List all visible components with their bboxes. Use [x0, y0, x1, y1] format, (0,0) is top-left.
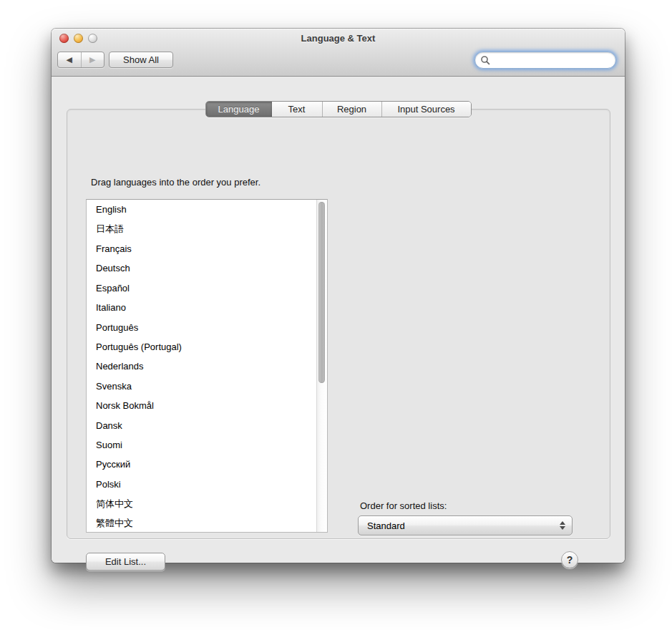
up-down-arrows-icon: [560, 516, 565, 535]
list-item[interactable]: Svenska: [87, 377, 316, 396]
list-item[interactable]: 简体中文: [87, 494, 316, 513]
language-list: English 日本語 Français Deutsch Español Ita…: [86, 199, 328, 533]
tab-bar: Language Text Region Input Sources: [205, 101, 472, 117]
window-title: Language & Text: [52, 33, 625, 44]
list-item[interactable]: English: [87, 200, 316, 219]
list-item[interactable]: Español: [87, 278, 316, 298]
show-all-button[interactable]: Show All: [109, 52, 173, 68]
list-item[interactable]: Italiano: [87, 298, 316, 317]
forward-button[interactable]: ▶: [82, 52, 104, 67]
list-item[interactable]: Português (Portugal): [87, 337, 316, 357]
tab-language[interactable]: Language: [206, 102, 272, 117]
list-item[interactable]: Nederlands: [87, 357, 316, 376]
list-item[interactable]: Français: [87, 239, 316, 258]
instruction-text: Drag languages into the order you prefer…: [91, 177, 260, 188]
help-button[interactable]: ?: [561, 551, 578, 568]
list-item[interactable]: Dansk: [87, 415, 316, 435]
back-button[interactable]: ◀: [58, 52, 82, 67]
tab-text[interactable]: Text: [272, 102, 322, 117]
list-item[interactable]: Português: [87, 317, 316, 336]
preferences-window: Language & Text ◀ ▶ Show All Language Te…: [52, 29, 625, 563]
list-item[interactable]: 繁體中文: [87, 514, 316, 533]
title-bar: Language & Text ◀ ▶ Show All: [52, 29, 625, 77]
tab-region[interactable]: Region: [322, 102, 381, 117]
edit-list-button[interactable]: Edit List...: [86, 553, 165, 571]
list-item[interactable]: 日本語: [87, 219, 316, 238]
list-item[interactable]: Polski: [87, 475, 316, 494]
sorted-lists-label: Order for sorted lists:: [360, 500, 447, 511]
magnifier-icon: [480, 55, 490, 65]
sorted-lists-value: Standard: [367, 520, 405, 531]
content-area: Language Text Region Input Sources Drag …: [52, 77, 625, 563]
tab-input-sources[interactable]: Input Sources: [381, 102, 471, 117]
history-nav: ◀ ▶: [57, 52, 104, 68]
language-rows: English 日本語 Français Deutsch Español Ita…: [87, 200, 316, 532]
list-item[interactable]: Deutsch: [87, 258, 316, 278]
search-input[interactable]: [490, 55, 625, 66]
search-field[interactable]: [474, 52, 616, 69]
sorted-lists-dropdown[interactable]: Standard: [358, 515, 573, 536]
scrollbar-thumb[interactable]: [318, 202, 325, 383]
list-item[interactable]: Norsk Bokmål: [87, 396, 316, 415]
scrollbar[interactable]: [316, 200, 327, 532]
list-item[interactable]: Suomi: [87, 435, 316, 455]
list-item[interactable]: Русский: [87, 455, 316, 474]
